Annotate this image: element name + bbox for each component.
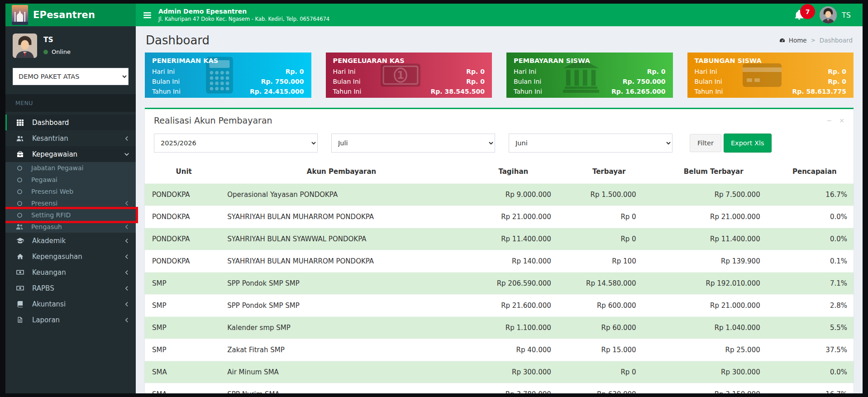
sidebar-item-akademik[interactable]: Akademik: [5, 233, 136, 249]
export-xls-button[interactable]: Export Xls: [724, 134, 772, 153]
organization-address: Jl. Kahuripan 47 Doko Kec. Ngasem - Kab.…: [158, 17, 329, 22]
sidebar-item-jabatan-pegawai[interactable]: Jabatan Pegawai: [5, 162, 136, 174]
top-navbar: EPesantren Admin Demo Epesantren Jl. Kah…: [5, 4, 863, 26]
table-cell: SMP: [145, 295, 223, 317]
content-header: Dashboard Home > Dashboard: [145, 31, 854, 53]
table-cell: Rp 206.590.000: [460, 273, 567, 295]
table-row: SMAAir Minum SMARp 300.000Rp 0Rp 300.000…: [145, 361, 854, 383]
stat-card-pembayaran-siswa: PEMBAYARAN SISWAHari IniRp. 0Bulan IniRp…: [506, 53, 673, 98]
table-cell: Rp 14.580.000: [567, 273, 652, 295]
collapse-icon[interactable]: −: [827, 117, 832, 124]
stat-card-tabungan-siswa: TABUNGAN SISWAHari IniRp. 0Bulan IniRp. …: [687, 53, 854, 98]
table-row: PONDOKPASYAHRIYAH BULAN SYAWWAL PONDOKPA…: [145, 228, 854, 250]
sidebar-user-status[interactable]: Online: [43, 48, 71, 55]
sidebar-item-label: Kepegawaian: [32, 150, 77, 158]
sidebar-item-pengasuh[interactable]: Pengasuh: [5, 221, 136, 233]
sidebar-item-presensi-web[interactable]: Presensi Web: [5, 186, 136, 197]
table-cell: Rp 192.010.000: [652, 273, 776, 295]
sidebar-item-kesantrian[interactable]: Kesantrian: [5, 130, 136, 146]
breadcrumb: Home > Dashboard: [779, 37, 853, 44]
sidebar-item-presensi[interactable]: Presensi: [5, 197, 136, 209]
table-cell: Rp 21.000.000: [460, 206, 567, 228]
sidebar-item-label: Pengasuh: [31, 223, 62, 230]
table-cell: Rp 140.000: [460, 250, 567, 273]
table-cell: Kalender smp SMP: [223, 317, 460, 339]
sidebar-item-dashboard[interactable]: Dashboard: [5, 115, 136, 130]
panel-title: Realisasi Akun Pembayaran: [154, 115, 272, 125]
sidebar-item-label: Dashboard: [32, 119, 69, 127]
filter-button[interactable]: Filter: [690, 134, 721, 152]
card-period-label: Tahun Ini: [514, 86, 542, 96]
table-row: PONDOKPAOperasional Yayasan PONDOKPARp 9…: [145, 184, 854, 206]
sidebar-item-kepegawaian[interactable]: Kepegawaian: [5, 146, 136, 162]
sidebar-user-panel: TS Online: [5, 26, 136, 58]
sidebar-item-keuangan[interactable]: Keuangan: [5, 264, 136, 280]
card-period-label: Bulan Ini: [695, 77, 722, 86]
table-cell: Rp 21.000.000: [652, 295, 776, 317]
realisasi-table: UnitAkun PembayaranTagihanTerbayarBelum …: [145, 160, 854, 393]
sidebar-item-kepengasuhan[interactable]: Kepengasuhan: [5, 249, 136, 264]
circle-icon: [14, 165, 25, 171]
stat-card-penerimaan-kas: PENERIMAAN KASHari IniRp. 0Bulan IniRp. …: [145, 53, 311, 98]
month-end-select[interactable]: Juni: [509, 134, 672, 153]
table-cell: Air Minum SMA: [223, 361, 460, 383]
table-cell: Zakat Fitrah SMP: [223, 339, 460, 361]
table-cell: Rp 25.000: [652, 339, 776, 361]
sidebar-item-akuntansi[interactable]: Akuntansi: [5, 296, 136, 312]
sidebar-item-rapbs[interactable]: RAPBS: [5, 280, 136, 296]
column-header: Unit: [145, 160, 223, 184]
panel-tools: − ×: [827, 117, 844, 124]
table-cell: Rp 630.000: [567, 383, 652, 394]
table-cell: 0.0%: [776, 206, 854, 228]
table-cell: Rp 600.000: [567, 295, 652, 317]
sidebar-item-setting-rfid[interactable]: Setting RFID: [5, 209, 136, 221]
sidebar-item-label: Jabatan Pegawai: [31, 164, 84, 172]
notifications-button[interactable]: 7: [794, 10, 804, 20]
column-header: Pencapaian: [776, 160, 854, 184]
briefcase-icon: [14, 151, 26, 158]
card-amount: Rp. 0: [828, 67, 846, 77]
breadcrumb-home-link[interactable]: Home: [779, 37, 807, 44]
table-cell: 5.5%: [776, 317, 854, 339]
sidebar: TS Online DEMO PAKET ATAS MENU Dashboard…: [5, 26, 136, 393]
header-row: UnitAkun PembayaranTagihanTerbayarBelum …: [145, 160, 854, 184]
sidebar-item-laporan[interactable]: Laporan: [5, 312, 136, 328]
table-cell: Rp 15.000: [567, 339, 652, 361]
table-row: SMPSPP Pondok SMP SMPRp 21.600.000Rp 600…: [145, 295, 854, 317]
table-cell: Rp 21.600.000: [460, 295, 567, 317]
menu-section-label: MENU: [5, 94, 136, 112]
table-cell: Rp 1.100.000: [460, 317, 567, 339]
package-select[interactable]: DEMO PAKET ATAS: [13, 68, 129, 85]
table-cell: SPP Pondok SMP SMP: [223, 295, 460, 317]
table-cell: SMP: [145, 339, 223, 361]
breadcrumb-separator: >: [811, 37, 816, 43]
money-icon: [14, 285, 26, 292]
card-amount: Rp. 0: [466, 67, 485, 77]
close-icon[interactable]: ×: [839, 117, 844, 124]
sidebar-item-label: Akademik: [32, 237, 66, 245]
table-cell: 0.0%: [776, 361, 854, 383]
sidebar-item-pegawai[interactable]: Pegawai: [5, 174, 136, 186]
table-cell: SYAHRIYAH BULAN SYAWWAL PONDOKPA: [223, 228, 460, 250]
navbar: Admin Demo Epesantren Jl. Kahuripan 47 D…: [136, 4, 863, 26]
year-select[interactable]: 2025/2026: [154, 134, 318, 153]
chevron-left-icon: [124, 254, 129, 259]
card-row: Tahun IniRp. 16.265.000: [514, 86, 666, 96]
sidebar-toggle-icon[interactable]: [136, 11, 158, 19]
table-cell: 16.7%: [776, 184, 854, 206]
sidebar-item-label: Kesantrian: [32, 134, 68, 143]
user-menu[interactable]: TS: [820, 6, 851, 24]
month-start-select[interactable]: Juli: [331, 134, 495, 153]
brand-logo[interactable]: EPesantren: [5, 4, 136, 26]
card-title: PEMBAYARAN SISWA: [514, 57, 666, 64]
column-header: Belum Terbayar: [652, 160, 776, 184]
table-cell: Rp 40.000: [460, 339, 567, 361]
table-cell: PONDOKPA: [145, 206, 223, 228]
table-cell: PONDOKPA: [145, 184, 223, 206]
sidebar-item-label: Keuangan: [32, 268, 66, 277]
column-header: Akun Pembayaran: [223, 160, 460, 184]
card-period-label: Tahun Ini: [695, 86, 723, 96]
card-amount: Rp. 16.265.000: [611, 86, 666, 96]
chevron-left-icon: [124, 317, 129, 323]
organization-info: Admin Demo Epesantren Jl. Kahuripan 47 D…: [158, 8, 329, 22]
